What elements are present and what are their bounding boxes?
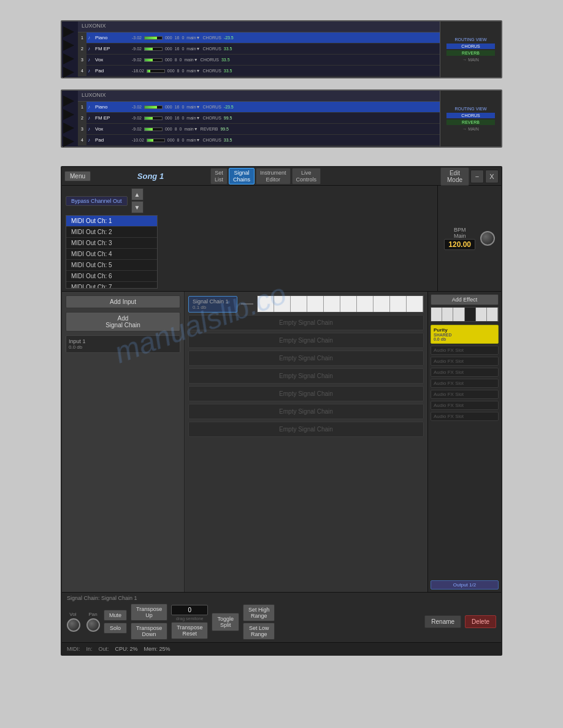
midi-ch-4[interactable]: MIDI Out Ch: 4 [66, 249, 157, 260]
row-icon: ♪ [88, 57, 94, 63]
cpu-status: CPU: 2% [115, 646, 138, 652]
signal-chain-1-block[interactable]: Signal Chain 1 0.1 db [188, 296, 237, 313]
reverb-val: 33.5 [224, 69, 232, 73]
fx-slot-3[interactable]: Audio FX Slot [431, 368, 499, 377]
lux-row-2-1[interactable]: 1 ♪ Piano -3.02 000 16 0 main▼ CHORUS -2… [78, 102, 501, 113]
mute-button[interactable]: Mute [104, 610, 127, 621]
empty-chain-7[interactable]: Empty Signal Chain [188, 404, 424, 419]
delete-button[interactable]: Delete [465, 615, 496, 628]
pan-knob[interactable] [86, 618, 100, 632]
purity-block[interactable]: Purity SHARED 0.0 db [431, 325, 499, 344]
out-status: Out: [99, 646, 109, 652]
vol-label: Vol [69, 612, 76, 617]
empty-chain-8[interactable]: Empty Signal Chain [188, 422, 424, 437]
transpose-value[interactable]: 0 [171, 605, 208, 615]
lux-header-1: LUXONIX 럭소닉스 [78, 21, 501, 32]
chorus-val: CHORUS [202, 105, 221, 109]
midi-channel-down-button[interactable]: ▼ [131, 201, 144, 213]
screenshot-panel-2: LUXONIX 럭소닉스 1 ♪ Piano -3.02 000 16 0 ma… [61, 89, 502, 148]
close-button[interactable]: X [485, 170, 499, 183]
midi-section: Bypass Channel Out ▲ ▼ MIDI Out Ch: 1 MI… [62, 186, 437, 291]
tab-instrument-editor[interactable]: InstrumentEditor [256, 168, 291, 185]
fx-slot-6[interactable]: Audio FX Slot [431, 401, 499, 410]
out-val: main▼ [186, 105, 200, 109]
arrows-2 [62, 91, 75, 146]
out-val: main▼ [186, 47, 200, 51]
pan-val: 000 [165, 116, 172, 120]
transpose-value-section: 0 drag semitone TransposeReset [171, 605, 208, 639]
purity-value: 0.0 db [434, 337, 496, 341]
empty-chain-6[interactable]: Empty Signal Chain [188, 386, 424, 401]
row-name: FM EP [95, 115, 132, 121]
pan-val: 000 [165, 105, 172, 109]
lux-row-2-2[interactable]: 2 ♪ FM EP -9.02 000 16 0 main▼ CHORUS 99… [78, 113, 501, 124]
transpose-up-button[interactable]: TransposeUp [131, 604, 167, 621]
empty-chain-4[interactable]: Empty Signal Chain [188, 351, 424, 366]
add-input-button[interactable]: Add Input [66, 295, 180, 308]
empty-chain-5[interactable]: Empty Signal Chain [188, 368, 424, 384]
set-low-range-button[interactable]: Set LowRange [243, 623, 275, 640]
fx-slot-2[interactable]: Audio FX Slot [431, 357, 499, 366]
midi-channel-up-button[interactable]: ▲ [131, 188, 144, 200]
edit-mode-button[interactable]: EditMode [440, 167, 469, 186]
reverb-val: -23.5 [224, 36, 234, 40]
set-high-range-button[interactable]: Set HighRange [243, 604, 275, 621]
midi-ch-1[interactable]: MIDI Out Ch: 1 [66, 216, 157, 227]
voices-val: 16 [175, 116, 180, 120]
midi-ch-2[interactable]: MIDI Out Ch: 2 [66, 227, 157, 238]
bypass-channel-out-button[interactable]: Bypass Channel Out [66, 196, 128, 206]
vol-pan-knobs [67, 618, 100, 632]
transpose-down-button[interactable]: TransposeDown [131, 623, 167, 640]
empty-chain-3[interactable]: Empty Signal Chain [188, 333, 424, 348]
fx-slot-1[interactable]: Audio FX Slot [431, 346, 499, 355]
minimize-button[interactable]: − [470, 170, 484, 183]
toggle-split-button[interactable]: ToggleSplit [212, 613, 239, 631]
row-icon: ♪ [88, 46, 94, 51]
tab-live-controls[interactable]: LiveControls [292, 168, 321, 185]
level-bar [147, 69, 165, 73]
fx-slot-7[interactable]: Audio FX Slot [431, 412, 499, 421]
lux-row-1-1[interactable]: 1 ♪ Piano -3.02 000 16 0 main▼ CHORUS -2… [78, 32, 501, 44]
voices-val: 8 [177, 69, 180, 73]
lux-row-1-3[interactable]: 3 ♪ Vox -9.02 000 8 0 main▼ CHORUS 33.5 [78, 55, 501, 66]
midi-channel-list[interactable]: MIDI Out Ch: 1 MIDI Out Ch: 2 MIDI Out C… [66, 215, 158, 289]
fx-slot-5[interactable]: Audio FX Slot [431, 390, 499, 399]
lux-row-1-4[interactable]: 4 ♪ Pad -18.02 000 8 0 main▼ CHORUS 33.5 [78, 66, 501, 77]
voices-val: 16 [175, 105, 180, 109]
output-slot[interactable]: Output 1/2 [431, 580, 499, 590]
add-effect-button[interactable]: Add Effect [431, 294, 499, 305]
midi-ch-6[interactable]: MIDI Out Ch: 6 [66, 271, 157, 282]
midi-ch-7[interactable]: MIDI Out Ch: 7 [66, 282, 157, 289]
solo-button[interactable]: Solo [104, 623, 127, 634]
transpose-reset-button[interactable]: TransposeReset [171, 622, 208, 639]
bypass-row: Bypass Channel Out ▲ ▼ [66, 188, 434, 213]
out-val: main▼ [186, 69, 200, 73]
vol-knob[interactable] [67, 618, 80, 632]
rename-button[interactable]: Rename [424, 615, 461, 628]
empty-chain-2[interactable]: Empty Signal Chain [188, 315, 424, 330]
right-panel: Add Effect Purity SHARED 0.0 db Audio FX… [427, 292, 501, 592]
tab-set-list[interactable]: SetList [210, 168, 228, 185]
transp-val: 0 [182, 138, 184, 142]
luxonix-panel-1: LUXONIX 럭소닉스 1 ♪ Piano -3.02 000 16 0 ma… [78, 21, 501, 77]
midi-ch-3[interactable]: MIDI Out Ch: 3 [66, 238, 157, 249]
lux-row-2-3[interactable]: 3 ♪ Vox -9.02 000 8 0 main▼ REVERB 99.5 [78, 124, 501, 135]
arrow-7 [63, 123, 74, 134]
tab-signal-chains[interactable]: SignalChains [229, 168, 255, 185]
row-icon: ♪ [88, 137, 94, 143]
left-panel: Add Input AddSignal Chain Input 1 0.0 db [62, 292, 185, 592]
lux-row-2-4[interactable]: 4 ♪ Pad -10.02 000 8 0 main▼ CHORUS 33.5 [78, 135, 501, 146]
lux-row-1-2[interactable]: 2 ♪ FM EP -9.02 000 16 0 main▼ CHORUS 33… [78, 44, 501, 55]
out-val: main▼ [184, 127, 197, 131]
midi-ch-5[interactable]: MIDI Out Ch: 5 [66, 260, 157, 271]
menu-button[interactable]: Menu [64, 171, 91, 181]
level-bar [144, 36, 163, 40]
bpm-knob[interactable] [480, 231, 495, 246]
chorus-val: CHORUS [202, 116, 221, 120]
add-signal-chain-button[interactable]: AddSignal Chain [66, 312, 180, 332]
bpm-value[interactable]: 120.00 [444, 239, 475, 250]
chorus-val: CHORUS [202, 36, 221, 40]
arrow-2 [63, 40, 74, 51]
fx-slot-4[interactable]: Audio FX Slot [431, 379, 499, 388]
row-num: 4 [78, 135, 86, 145]
